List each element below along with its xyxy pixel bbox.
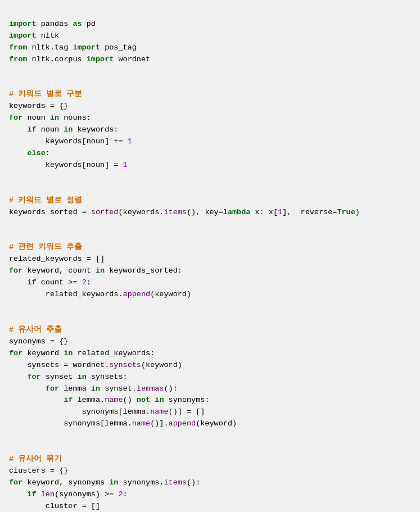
keyword-for4: for (27, 373, 40, 381)
comment-5: # 유사어 묶기 (9, 455, 62, 463)
comment-1: # 키워드 별로 구분 (9, 90, 82, 98)
keyword-in5: in (78, 373, 87, 381)
keyword-import: import (9, 20, 37, 28)
keyword-else1: else (27, 149, 45, 157)
keyword-from2: from (9, 55, 27, 64)
keyword-in8: in (109, 478, 118, 487)
keyword-for1: for (9, 114, 22, 122)
keyword-in4: in (64, 349, 73, 357)
keyword-if1: if (27, 125, 36, 134)
keyword-in2: in (64, 125, 73, 134)
keyword-for5: for (46, 384, 59, 393)
fn-sorted: sorted (91, 208, 119, 216)
keyword-as: as (73, 20, 82, 28)
keyword-for2: for (9, 266, 22, 275)
keyword-import2: import (9, 31, 37, 40)
comment-2: # 키워드 별로 정렬 (9, 196, 82, 205)
keyword-if4: if (27, 490, 36, 499)
keyword-if2: if (27, 278, 36, 287)
keyword-for3: for (9, 349, 22, 357)
keyword-in7: in (155, 396, 164, 404)
keyword-from: from (9, 43, 27, 52)
comment-4: # 유사어 추출 (9, 325, 62, 334)
keyword-in6: in (91, 384, 100, 393)
keyword-import3: import (73, 43, 100, 52)
keyword-for6: for (9, 478, 22, 487)
keyword-in1: in (50, 114, 59, 122)
code-editor: import pandas as pd import nltk from nlt… (9, 7, 411, 512)
keyword-import4: import (87, 55, 114, 64)
keyword-if3: if (64, 396, 73, 404)
comment-3: # 관련 키워드 추출 (9, 243, 82, 251)
keyword-in3: in (96, 266, 105, 275)
keyword-not1: not (137, 396, 150, 404)
